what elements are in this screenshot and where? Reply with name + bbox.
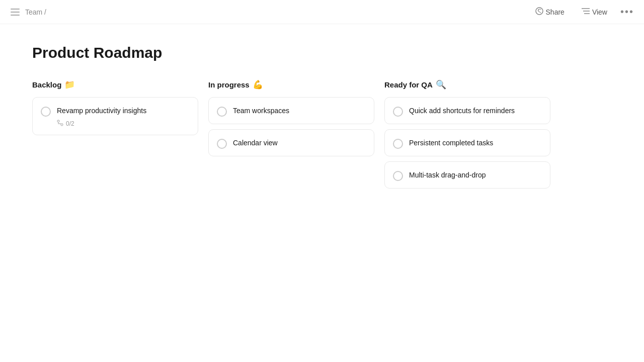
card-card-3[interactable]: Calendar view [208,129,374,156]
subtask-icon [57,120,63,128]
sidebar-toggle-button[interactable] [10,7,20,17]
topbar-left: Team / [10,7,46,17]
card-body-card-1: Revamp productivity insights 0/2 [57,106,190,128]
column-emoji-in-progress: 💪 [253,79,263,90]
svg-point-7 [57,120,59,122]
column-backlog: Backlog📁Revamp productivity insights 0/2 [32,79,198,194]
column-header-ready-for-qa: Ready for QA🔍 [384,79,550,90]
share-label: Share [546,8,565,16]
card-card-4[interactable]: Quick add shortcuts for reminders [384,97,550,124]
share-button[interactable]: Share [531,5,569,19]
card-card-6[interactable]: Multi-task drag-and-drop [384,161,550,189]
column-header-in-progress: In progress💪 [208,79,374,90]
share-icon [535,7,543,17]
view-icon [582,8,590,17]
card-checkbox-card-6[interactable] [393,171,403,181]
view-button[interactable]: View [578,6,611,19]
card-card-2[interactable]: Team workspaces [208,97,374,124]
column-ready-for-qa: Ready for QA🔍Quick add shortcuts for rem… [384,79,550,194]
svg-rect-0 [11,9,20,10]
column-header-backlog: Backlog📁 [32,79,198,90]
column-emoji-backlog: 📁 [64,79,75,90]
svg-point-3 [536,8,543,15]
card-meta-card-1: 0/2 [57,120,190,128]
column-title-backlog: Backlog [32,80,61,89]
card-body-card-5: Persistent completed tasks [409,138,542,148]
page-title: Product Roadmap [32,44,620,61]
card-meta-text-card-1: 0/2 [66,120,74,127]
card-card-1[interactable]: Revamp productivity insights 0/2 [32,97,198,135]
card-checkbox-card-1[interactable] [41,107,51,117]
svg-rect-2 [11,15,20,16]
card-title-card-4: Quick add shortcuts for reminders [409,106,542,116]
card-title-card-1: Revamp productivity insights [57,106,190,116]
card-title-card-2: Team workspaces [233,106,366,116]
card-checkbox-card-5[interactable] [393,139,403,149]
topbar-right: Share View ••• [531,5,634,19]
card-title-card-5: Persistent completed tasks [409,138,542,148]
svg-point-8 [61,124,63,126]
column-title-in-progress: In progress [208,80,250,89]
main-content: Product Roadmap Backlog📁Revamp productiv… [0,24,644,194]
kanban-board: Backlog📁Revamp productivity insights 0/2… [32,79,620,194]
svg-rect-1 [11,12,20,13]
card-body-card-3: Calendar view [233,138,366,148]
card-checkbox-card-4[interactable] [393,107,403,117]
view-label: View [592,8,607,16]
topbar: Team / Share View ••• [0,0,644,24]
breadcrumb: Team / [25,8,46,16]
card-card-5[interactable]: Persistent completed tasks [384,129,550,156]
card-checkbox-card-3[interactable] [217,139,227,149]
card-checkbox-card-2[interactable] [217,107,227,117]
card-body-card-4: Quick add shortcuts for reminders [409,106,542,116]
column-emoji-ready-for-qa: 🔍 [436,79,446,90]
card-body-card-2: Team workspaces [233,106,366,116]
column-title-ready-for-qa: Ready for QA [384,80,433,89]
column-in-progress: In progress💪Team workspacesCalendar view [208,79,374,194]
more-button[interactable]: ••• [620,6,634,18]
card-title-card-3: Calendar view [233,138,366,148]
card-title-card-6: Multi-task drag-and-drop [409,170,542,180]
card-body-card-6: Multi-task drag-and-drop [409,170,542,180]
